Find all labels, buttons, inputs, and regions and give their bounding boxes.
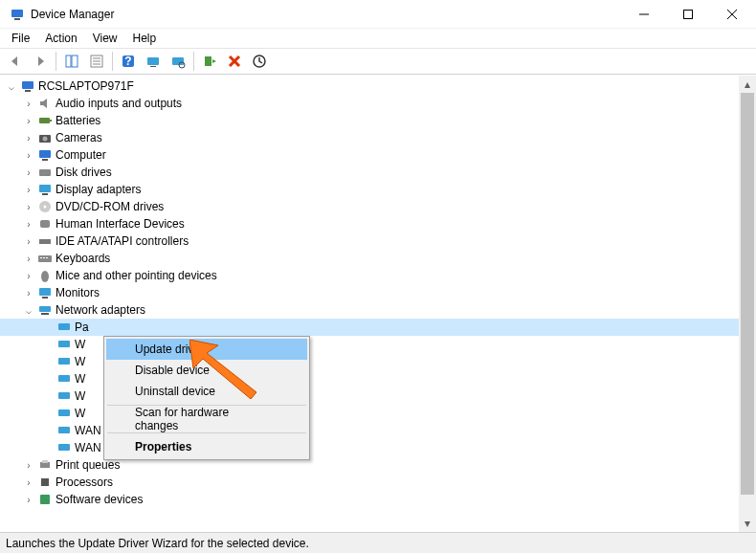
expand-icon[interactable]: › — [21, 219, 36, 230]
toolbar: ? — [0, 48, 756, 75]
expand-icon[interactable]: › — [21, 477, 36, 488]
svg-rect-43 — [39, 288, 51, 296]
collapse-icon[interactable]: ⌵ — [4, 81, 19, 92]
expand-icon[interactable]: › — [21, 99, 36, 109]
svg-rect-22 — [22, 81, 33, 89]
show-hide-tree-button[interactable] — [60, 50, 83, 73]
expand-icon[interactable]: › — [21, 254, 36, 264]
expand-icon[interactable]: › — [21, 495, 36, 505]
expand-icon[interactable]: › — [21, 271, 36, 281]
back-button[interactable] — [4, 50, 27, 73]
window-title: Device Manager — [31, 8, 622, 21]
netcard-icon — [56, 354, 73, 369]
netcard-icon — [56, 320, 73, 335]
svg-rect-37 — [39, 239, 51, 244]
menu-item-label: Update driver — [135, 343, 204, 356]
battery-icon — [36, 113, 54, 128]
tree-category[interactable]: ›Keyboards — [0, 250, 739, 267]
tree-root-label: RCSLAPTOP971F — [36, 79, 134, 93]
menu-help[interactable]: Help — [125, 30, 165, 47]
collapse-icon[interactable]: ⌵ — [21, 305, 36, 316]
scrollbar-thumb[interactable] — [741, 93, 754, 495]
tree-category[interactable]: ›Display adapters — [0, 181, 739, 198]
disable-device-button[interactable] — [248, 50, 271, 73]
netcard-icon — [56, 423, 73, 438]
menu-scan-hardware[interactable]: Scan for hardware changes — [106, 409, 307, 430]
menu-update-driver[interactable]: Update driver — [106, 339, 307, 360]
properties-button[interactable] — [85, 50, 108, 73]
enable-device-button[interactable] — [198, 50, 221, 73]
svg-text:?: ? — [124, 55, 131, 68]
menu-view[interactable]: View — [85, 30, 125, 47]
category-label: Mice and other pointing devices — [54, 269, 217, 282]
minimize-button[interactable] — [622, 0, 666, 29]
menu-disable-device[interactable]: Disable device — [106, 360, 307, 381]
expand-icon[interactable]: › — [21, 202, 36, 212]
tree-category[interactable]: ›Human Interface Devices — [0, 215, 739, 232]
tree-category[interactable]: ›Monitors — [0, 284, 739, 301]
device-label: W — [73, 338, 85, 351]
tree-category[interactable]: ›IDE ATA/ATAPI controllers — [0, 232, 739, 250]
scroll-down-icon[interactable]: ▾ — [739, 515, 756, 532]
tree-category[interactable]: ›Cameras — [0, 129, 739, 146]
tree-category[interactable]: ›Software devices — [0, 491, 739, 508]
expand-icon[interactable]: › — [21, 116, 36, 126]
uninstall-device-button[interactable] — [223, 50, 246, 73]
expand-icon[interactable]: › — [21, 133, 36, 144]
tree-category[interactable]: ›DVD/CD-ROM drives — [0, 198, 739, 215]
expand-icon[interactable]: › — [21, 236, 36, 247]
category-label: Batteries — [54, 114, 100, 127]
tree-category[interactable]: ›Audio inputs and outputs — [0, 95, 739, 112]
tree-category[interactable]: ›Computer — [0, 146, 739, 164]
svg-rect-57 — [41, 478, 49, 486]
status-bar: Launches the Update Driver Wizard for th… — [0, 532, 756, 553]
dvd-icon — [36, 199, 54, 214]
tree-root[interactable]: ⌵ RCSLAPTOP971F — [0, 77, 739, 95]
tree-device-selected[interactable]: Pa — [0, 319, 739, 336]
svg-rect-14 — [147, 57, 159, 65]
device-label: W — [73, 372, 85, 386]
scan-hardware-button[interactable] — [167, 50, 189, 73]
menu-item-label: Disable device — [135, 364, 210, 377]
scroll-up-icon[interactable]: ▴ — [739, 76, 756, 93]
expand-icon[interactable]: › — [21, 460, 36, 471]
category-label: Keyboards — [54, 252, 110, 265]
app-icon — [10, 7, 25, 22]
tree-category[interactable]: ›Processors — [0, 474, 739, 491]
device-tree[interactable]: ⌵ RCSLAPTOP971F ›Audio inputs and output… — [0, 76, 739, 532]
status-text: Launches the Update Driver Wizard for th… — [6, 537, 309, 550]
disk-icon — [36, 165, 54, 180]
svg-rect-6 — [66, 55, 71, 67]
expand-icon[interactable]: › — [21, 185, 36, 195]
cpu-icon — [36, 475, 54, 490]
svg-rect-41 — [46, 257, 48, 258]
category-label: Software devices — [54, 493, 143, 506]
menu-properties[interactable]: Properties — [106, 436, 307, 457]
svg-point-31 — [47, 174, 49, 176]
menu-action[interactable]: Action — [37, 30, 84, 47]
menu-file[interactable]: File — [4, 30, 37, 47]
tree-category[interactable]: ›Mice and other pointing devices — [0, 267, 739, 284]
svg-rect-24 — [39, 118, 50, 123]
tree-category[interactable]: ›Disk drives — [0, 164, 739, 181]
maximize-button[interactable] — [666, 0, 710, 29]
expand-icon[interactable]: › — [21, 167, 36, 178]
printer-icon — [36, 457, 54, 473]
svg-rect-28 — [39, 150, 51, 158]
menu-uninstall-device[interactable]: Uninstall device — [106, 381, 307, 402]
svg-rect-46 — [41, 313, 49, 315]
expand-icon[interactable]: › — [21, 150, 36, 161]
forward-button[interactable] — [29, 50, 52, 73]
tree-category-network[interactable]: ⌵Network adapters — [0, 301, 739, 319]
help-button[interactable]: ? — [117, 50, 140, 73]
expand-icon[interactable]: › — [21, 288, 36, 299]
svg-rect-53 — [58, 427, 70, 433]
svg-rect-54 — [58, 444, 70, 451]
update-driver-tool-button[interactable] — [142, 50, 165, 73]
tree-category[interactable]: ›Batteries — [0, 112, 739, 129]
vertical-scrollbar[interactable]: ▴ ▾ — [739, 76, 756, 532]
close-button[interactable] — [710, 0, 754, 29]
computer-icon — [36, 147, 54, 163]
svg-rect-51 — [58, 392, 70, 399]
category-label: Human Interface Devices — [54, 217, 185, 231]
